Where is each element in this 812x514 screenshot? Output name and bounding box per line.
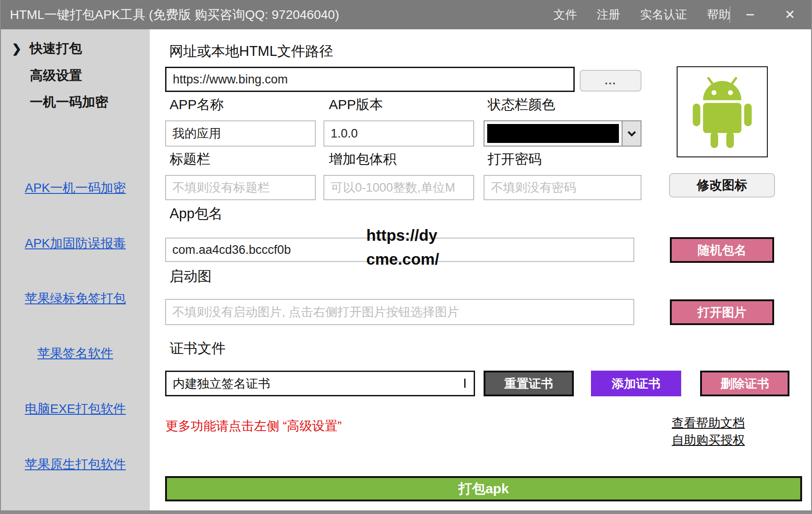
sidebar-link-apple-native-package[interactable]: 苹果原生打包软件 bbox=[1, 456, 150, 473]
window-title: HTML一键打包APK工具 (免费版 购买咨询QQ: 972046040) bbox=[10, 0, 339, 29]
browse-button[interactable]: ... bbox=[580, 70, 641, 92]
title-bar: HTML一键打包APK工具 (免费版 购买咨询QQ: 972046040) 文件… bbox=[1, 0, 812, 29]
color-swatch bbox=[487, 124, 619, 143]
sidebar: ❯ 快速打包 高级设置 一机一码加密 APK一机一码加密 APK加固防误报毒 苹… bbox=[1, 29, 150, 510]
watermark-line1: https://dy bbox=[366, 223, 439, 247]
open-password-input[interactable] bbox=[484, 175, 641, 200]
watermark: https://dy cme.com/ bbox=[366, 223, 439, 271]
app-icon-preview bbox=[677, 66, 768, 157]
help-doc-link[interactable]: 查看帮助文档 bbox=[672, 415, 745, 431]
android-icon bbox=[688, 74, 757, 150]
statusbar-color-select[interactable] bbox=[484, 120, 641, 147]
change-icon-button[interactable]: 修改图标 bbox=[669, 173, 775, 197]
sidebar-item-advanced-settings[interactable]: 高级设置 bbox=[1, 66, 150, 85]
statusbar-color-label: 状态栏颜色 bbox=[488, 96, 555, 114]
watermark-line2: cme.com/ bbox=[366, 247, 439, 271]
dropdown-arrow-button[interactable] bbox=[622, 121, 641, 146]
advanced-settings-hint: 更多功能请点击左侧 “高级设置” bbox=[166, 418, 341, 435]
app-name-label: APP名称 bbox=[170, 96, 224, 114]
minimize-button[interactable]: − bbox=[736, 0, 764, 29]
package-apk-button[interactable]: 打包apk bbox=[165, 476, 802, 501]
certificate-label: 证书文件 bbox=[170, 339, 226, 358]
menu-item-file[interactable]: 文件 bbox=[554, 7, 577, 23]
add-size-input[interactable] bbox=[323, 175, 474, 200]
sidebar-link-pc-exe-package[interactable]: 电脑EXE打包软件 bbox=[1, 400, 150, 418]
add-size-label: 增加包体积 bbox=[329, 150, 397, 169]
delete-cert-button[interactable]: 删除证书 bbox=[700, 371, 789, 396]
close-button[interactable]: ✕ bbox=[774, 0, 806, 29]
menu-item-help[interactable]: 帮助 bbox=[707, 7, 730, 23]
sidebar-link-apple-green-package[interactable]: 苹果绿标免签打包 bbox=[1, 290, 150, 307]
sidebar-item-label: 一机一码加密 bbox=[30, 93, 108, 111]
sidebar-link-apple-sign[interactable]: 苹果签名软件 bbox=[1, 345, 150, 362]
buy-license-link[interactable]: 自助购买授权 bbox=[672, 432, 745, 448]
app-name-input[interactable] bbox=[165, 120, 316, 147]
app-version-input[interactable] bbox=[323, 120, 474, 147]
splash-label: 启动图 bbox=[170, 267, 212, 286]
menu-bar: 文件 注册 实名认证 帮助 bbox=[554, 0, 730, 29]
add-cert-button[interactable]: 添加证书 bbox=[591, 371, 681, 396]
app-version-label: APP版本 bbox=[329, 96, 383, 114]
menu-separator bbox=[729, 6, 730, 23]
splash-input[interactable] bbox=[165, 299, 634, 325]
sidebar-item-label: 快速打包 bbox=[30, 40, 82, 58]
open-password-label: 打开密码 bbox=[488, 150, 542, 169]
app-window: HTML一键打包APK工具 (免费版 购买咨询QQ: 972046040) 文件… bbox=[0, 0, 812, 514]
titlebar-input[interactable] bbox=[165, 175, 316, 200]
menu-item-register[interactable]: 注册 bbox=[597, 7, 620, 23]
active-arrow-icon: ❯ bbox=[12, 42, 22, 56]
menu-item-realname-verify[interactable]: 实名认证 bbox=[640, 7, 687, 23]
certificate-selected-value: 内建独立签名证书 bbox=[166, 376, 270, 392]
sidebar-link-apk-encrypt[interactable]: APK一机一码加密 bbox=[1, 179, 150, 197]
titlebar-field-label: 标题栏 bbox=[170, 150, 210, 169]
open-image-button[interactable]: 打开图片 bbox=[670, 299, 774, 325]
random-package-button[interactable]: 随机包名 bbox=[670, 237, 774, 263]
sidebar-item-one-machine-one-code[interactable]: 一机一码加密 bbox=[1, 93, 150, 112]
reset-cert-button[interactable]: 重置证书 bbox=[484, 371, 574, 396]
chevron-down-icon bbox=[627, 128, 636, 136]
chevron-down-icon bbox=[464, 378, 466, 386]
package-name-label: App包名 bbox=[170, 204, 222, 223]
window-bottom-edge bbox=[1, 510, 812, 514]
sidebar-item-quick-package[interactable]: ❯ 快速打包 bbox=[1, 39, 150, 58]
main-panel: 网址或本地HTML文件路径 ... 修改图标 A bbox=[150, 29, 812, 510]
certificate-select[interactable]: 内建独立签名证书 bbox=[165, 371, 475, 396]
url-input[interactable] bbox=[165, 67, 575, 92]
url-label: 网址或本地HTML文件路径 bbox=[169, 42, 333, 61]
sidebar-item-label: 高级设置 bbox=[30, 67, 82, 85]
sidebar-link-apk-harden[interactable]: APK加固防误报毒 bbox=[1, 235, 150, 252]
